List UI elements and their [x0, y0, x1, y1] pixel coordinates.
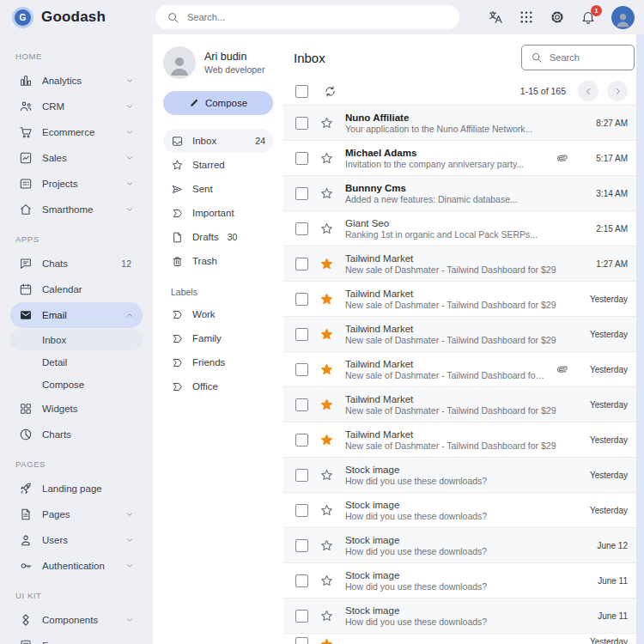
nav-subitem-detail[interactable]: Detail [10, 351, 143, 373]
star-toggle[interactable] [319, 398, 334, 412]
email-checkbox[interactable] [295, 434, 308, 447]
email-row[interactable]: Yesterday [283, 633, 636, 644]
nav-subitem-inbox[interactable]: Inbox [10, 329, 143, 350]
label-office[interactable]: Office [163, 374, 273, 398]
folder-starred[interactable]: Starred [163, 153, 273, 177]
email-checkbox[interactable] [295, 610, 308, 623]
email-row[interactable]: Tailwind MarketNew sale of Dashmater - T… [283, 316, 636, 351]
nav-item-components[interactable]: Components [10, 607, 143, 633]
paperclip-icon [554, 149, 571, 167]
email-row[interactable]: Stock imageHow did you use these downloa… [283, 527, 636, 562]
brand[interactable]: G Goodash [12, 0, 106, 34]
star-toggle[interactable] [319, 292, 334, 307]
nav-item-projects[interactable]: Projects [10, 171, 143, 197]
nav-item-smarthome[interactable]: Smarthome [10, 197, 143, 222]
email-checkbox[interactable] [295, 637, 308, 644]
nav-item-forms[interactable]: Forms [10, 633, 143, 644]
star-toggle[interactable] [319, 327, 334, 342]
inbox-search[interactable] [521, 45, 635, 70]
nav-item-analytics[interactable]: Analytics [10, 68, 143, 94]
email-row[interactable]: Tailwind MarketNew sale of Dashmater - T… [283, 281, 636, 316]
star-toggle[interactable] [319, 257, 334, 271]
email-row[interactable]: Tailwind MarketNew sale of Dashmater - T… [283, 422, 636, 457]
star-toggle[interactable] [319, 186, 334, 201]
email-row[interactable]: Tailwind MarketNew sale of Dashmater - T… [283, 386, 636, 422]
nav-item-ecommerce[interactable]: Ecommerce [10, 119, 143, 145]
email-checkbox[interactable] [295, 187, 308, 200]
star-toggle[interactable] [319, 637, 334, 644]
nav-item-calendar[interactable]: Calendar [10, 276, 143, 302]
email-checkbox[interactable] [295, 398, 308, 411]
email-checkbox[interactable] [295, 117, 308, 130]
next-page-button[interactable] [607, 81, 628, 101]
star-toggle[interactable] [319, 468, 334, 483]
apps-grid-icon[interactable] [519, 9, 534, 25]
nav-item-sales[interactable]: Sales [10, 145, 143, 171]
folder-important[interactable]: Important [163, 201, 273, 225]
email-row[interactable]: Tailwind MarketNew sale of Dashmater - T… [283, 246, 636, 281]
email-checkbox[interactable] [295, 293, 308, 306]
email-checkbox[interactable] [295, 363, 308, 376]
settings-gear-icon[interactable] [550, 9, 565, 25]
email-row[interactable]: Bunnny CmsAdded a new features: Dinamic … [283, 175, 636, 210]
folder-inbox[interactable]: Inbox24 [163, 129, 273, 153]
email-row[interactable]: Stock imageHow did you use these downloa… [283, 492, 636, 527]
nav-item-crm[interactable]: CRM [10, 94, 143, 119]
star-toggle[interactable] [319, 574, 334, 588]
email-time: 1:27 AM [580, 259, 628, 269]
email-snippet: How did you use these downloads? [345, 511, 568, 522]
inbox-search-input[interactable] [550, 52, 625, 63]
email-row[interactable]: Stock imageHow did you use these downloa… [283, 457, 636, 492]
email-checkbox[interactable] [295, 152, 308, 165]
email-row[interactable]: Giant SeoRanking 1st in organic and Loca… [283, 210, 636, 246]
star-toggle[interactable] [319, 609, 334, 623]
nav-item-pages[interactable]: Pages [10, 501, 143, 527]
email-checkbox[interactable] [295, 222, 308, 235]
folder-sent[interactable]: Sent [163, 177, 273, 201]
star-toggle[interactable] [319, 503, 334, 518]
star-toggle[interactable] [319, 151, 334, 166]
select-all-checkbox[interactable] [295, 85, 308, 98]
email-checkbox[interactable] [295, 258, 308, 270]
star-toggle[interactable] [319, 538, 334, 553]
nav-item-widgets[interactable]: Widgets [10, 396, 143, 422]
nav-item-charts[interactable]: Charts [10, 422, 143, 447]
forms-icon [19, 639, 33, 644]
label-family[interactable]: Family [163, 326, 273, 350]
user-avatar[interactable] [611, 6, 635, 29]
global-search[interactable] [155, 5, 459, 29]
email-checkbox[interactable] [295, 469, 308, 482]
email-checkbox[interactable] [295, 539, 308, 552]
nav-item-label: Pages [42, 509, 116, 519]
email-row[interactable]: Tailwind MarketNew sale of Dashmater - T… [283, 351, 636, 386]
email-row[interactable]: Stock imageHow did you use these downloa… [283, 562, 636, 598]
email-checkbox[interactable] [295, 328, 308, 341]
label-friends[interactable]: Friends [163, 350, 273, 374]
global-search-input[interactable] [187, 12, 448, 22]
star-toggle[interactable] [319, 433, 334, 447]
nav-item-email[interactable]: Email [10, 302, 143, 328]
translate-icon[interactable] [488, 9, 503, 25]
nav-item-landing-page[interactable]: Landing page [10, 476, 143, 501]
pages-icon [19, 507, 33, 521]
email-row[interactable]: Michael AdamsInvitation to the company a… [283, 140, 636, 175]
folder-drafts[interactable]: Drafts30 [163, 225, 273, 249]
scrollbar[interactable] [636, 34, 644, 644]
email-row[interactable]: Nuno AffiliateYour application to the Nu… [283, 105, 636, 140]
star-toggle[interactable] [319, 116, 334, 131]
star-toggle[interactable] [319, 222, 334, 236]
email-checkbox[interactable] [295, 504, 308, 517]
email-row[interactable]: Stock imageHow did you use these downloa… [283, 598, 636, 633]
nav-item-users[interactable]: Users [10, 527, 143, 553]
compose-button[interactable]: Compose [163, 91, 273, 115]
email-checkbox[interactable] [295, 574, 308, 587]
star-toggle[interactable] [319, 362, 334, 377]
refresh-icon[interactable] [324, 85, 337, 98]
folder-trash[interactable]: Trash [163, 249, 273, 273]
nav-item-authentication[interactable]: Authentication [10, 553, 143, 579]
notifications-bell[interactable]: 1 [580, 9, 596, 25]
label-work[interactable]: Work [163, 302, 273, 326]
prev-page-button[interactable] [578, 81, 598, 101]
nav-item-chats[interactable]: Chats12 [10, 251, 143, 276]
nav-subitem-compose[interactable]: Compose [10, 374, 143, 395]
